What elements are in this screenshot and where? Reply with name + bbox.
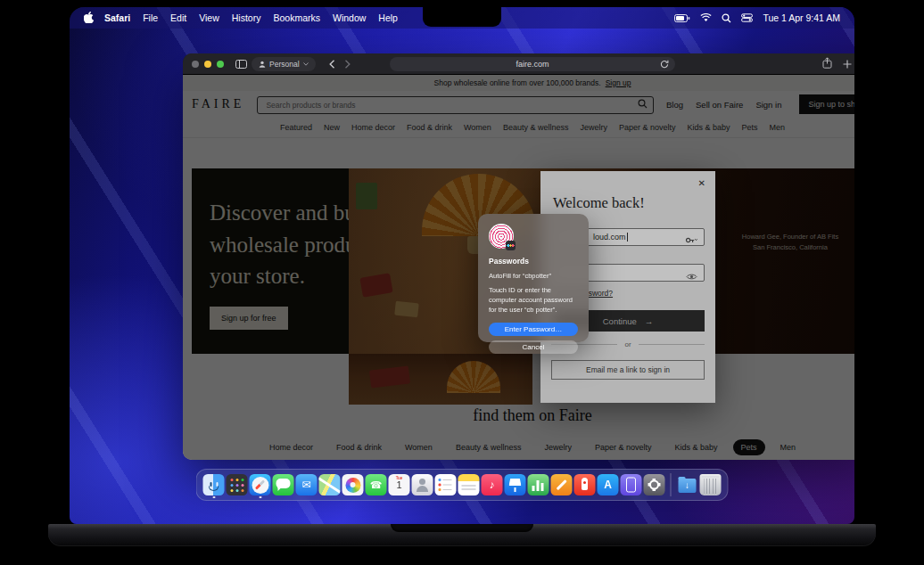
forward-button[interactable] [340, 56, 355, 72]
macbook-base [48, 524, 876, 546]
dock-finder-icon[interactable] [203, 474, 225, 495]
show-password-eye-icon[interactable] [686, 268, 697, 284]
dock-reminders-icon[interactable] [435, 474, 457, 495]
zoom-window-button[interactable] [217, 61, 224, 68]
control-center-icon[interactable] [741, 13, 753, 22]
macbook-screen: Safari File Edit View History Bookmarks … [70, 7, 854, 524]
close-icon[interactable]: ✕ [696, 176, 708, 191]
menu-item-window[interactable]: Window [333, 12, 366, 23]
chevron-down-icon [303, 62, 309, 66]
dock-launchpad-icon[interactable] [227, 474, 248, 495]
dock-calendar-icon[interactable]: Tue 1 [389, 474, 410, 495]
dock-maps-icon[interactable] [319, 474, 341, 495]
dock-messages-icon[interactable] [273, 474, 294, 495]
window-controls [192, 61, 224, 68]
fingerprint-icon [489, 224, 514, 249]
dock-downloads-folder-icon[interactable]: ↓ [677, 474, 698, 495]
wifi-icon[interactable] [700, 13, 712, 22]
share-icon[interactable] [822, 56, 832, 72]
dock-system-settings-icon[interactable] [644, 474, 665, 495]
dock-rocket-app-icon[interactable] [574, 474, 596, 495]
passwords-app-icon [489, 224, 514, 249]
person-icon [259, 61, 266, 68]
dock-music-icon[interactable]: ♪ [482, 474, 503, 495]
dock-mail-icon[interactable]: ✉ [296, 474, 318, 495]
enter-password-button[interactable]: Enter Password… [489, 323, 578, 336]
menu-item-safari[interactable]: Safari [104, 12, 130, 23]
apple-menu-icon[interactable] [84, 12, 94, 25]
email-link-button[interactable]: Email me a link to sign in [551, 360, 705, 380]
sidebar-toggle-icon[interactable] [231, 56, 252, 72]
macbook-marketing-image: Safari File Edit View History Bookmarks … [0, 0, 924, 565]
search-icon[interactable] [722, 13, 731, 23]
new-tab-icon[interactable] [843, 56, 852, 72]
safari-window: Personal faire.com [183, 53, 854, 460]
faire-webpage: Shop wholesale online from over 100,000 … [183, 75, 854, 460]
dock-phone-icon[interactable]: ☎ [366, 474, 387, 495]
menu-item-edit[interactable]: Edit [170, 12, 186, 23]
display-notch [423, 7, 501, 27]
address-bar[interactable]: faire.com [390, 57, 675, 71]
menu-item-file[interactable]: File [143, 12, 158, 23]
back-button[interactable] [325, 56, 340, 72]
reload-icon[interactable] [660, 60, 669, 70]
continue-label: Continue [603, 316, 637, 326]
macbook-lid-notch [391, 524, 533, 532]
touch-id-dialog: Passwords AutoFill for “cbpotter” Touch … [478, 214, 589, 342]
running-indicator-finder [213, 496, 216, 499]
dock-iphone-mirroring-icon[interactable] [621, 474, 642, 495]
url-text: faire.com [516, 60, 549, 69]
calendar-day: 1 [389, 479, 410, 490]
menu-item-help[interactable]: Help [378, 12, 398, 23]
dialog-body-text: Touch ID or enter the computer account p… [489, 286, 578, 315]
text-caret [627, 233, 628, 242]
running-indicator-safari [260, 496, 262, 499]
menu-item-history[interactable]: History [232, 12, 261, 23]
profile-label: Personal [269, 60, 300, 69]
dock-divider [671, 473, 672, 496]
passkey-autofill-icon[interactable] [685, 233, 697, 249]
dock-notes-icon[interactable] [458, 474, 480, 495]
profile-switcher[interactable]: Personal [252, 57, 316, 71]
dock-pages-icon[interactable] [551, 474, 573, 495]
dock-photos-icon[interactable] [342, 474, 364, 495]
dock-safari-icon[interactable] [250, 474, 271, 495]
minimize-window-button[interactable] [204, 61, 211, 68]
modal-title: Welcome back! [553, 194, 645, 212]
close-window-button[interactable] [192, 61, 199, 68]
dialog-app-name: Passwords [489, 257, 578, 266]
arrow-right-icon: → [645, 316, 654, 326]
safari-toolbar: Personal faire.com [183, 53, 854, 75]
dock: ✉ ☎ Tue 1 ♪ A ↓ [196, 469, 729, 501]
menu-item-view[interactable]: View [199, 12, 219, 23]
dialog-autofill-text: AutoFill for “cbpotter” [489, 272, 578, 280]
dock-app-store-icon[interactable]: A [598, 474, 619, 495]
menu-bar-clock[interactable]: Tue 1 Apr 9:41 AM [763, 12, 840, 23]
menu-item-bookmarks[interactable]: Bookmarks [273, 12, 320, 23]
dock-numbers-icon[interactable] [528, 474, 549, 495]
dock-trash-icon[interactable] [700, 474, 722, 495]
dock-contacts-icon[interactable] [412, 474, 433, 495]
dock-keynote-icon[interactable] [505, 474, 526, 495]
cancel-button[interactable]: Cancel [489, 340, 578, 354]
battery-icon[interactable] [674, 14, 690, 22]
